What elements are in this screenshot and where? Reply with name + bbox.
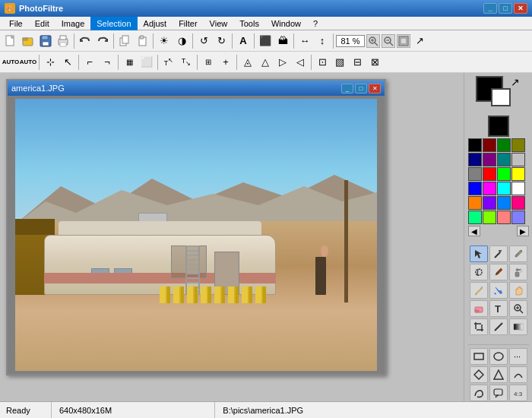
effect1-button[interactable]: ⬛ — [257, 33, 274, 49]
redo-button[interactable] — [94, 33, 111, 49]
transform1-button[interactable]: ⊡ — [314, 54, 331, 71]
text-tool[interactable]: T — [489, 300, 508, 317]
color-swatch-0[interactable] — [468, 138, 482, 152]
color-swatch-4[interactable] — [468, 153, 482, 166]
flip-h-button[interactable]: ↔ — [296, 33, 313, 49]
document-content[interactable] — [8, 96, 385, 374]
auto1-button[interactable]: AUTO — [2, 54, 19, 71]
current-color-swatch[interactable] — [488, 116, 509, 137]
undo-button[interactable] — [77, 33, 93, 49]
speech-bubble-tool[interactable] — [489, 385, 508, 401]
color-swatch-9[interactable] — [483, 167, 496, 181]
textsize2-button[interactable]: T↘ — [178, 54, 195, 71]
triangle-shape-tool[interactable] — [489, 366, 508, 383]
spray-tool[interactable] — [509, 264, 527, 280]
auto2-button[interactable]: AUTO — [20, 54, 36, 71]
transform3-button[interactable]: ⊟ — [349, 54, 366, 71]
diamond-shape-tool[interactable] — [470, 366, 488, 383]
arc-shape-tool[interactable] — [509, 366, 527, 383]
background-color[interactable] — [491, 88, 511, 106]
menu-selection[interactable]: Selection — [90, 17, 137, 30]
feather-button[interactable]: ⬜ — [138, 54, 155, 71]
ratio-lock-tool[interactable]: 4:3 — [509, 385, 527, 401]
contrast-button[interactable]: ◑ — [173, 33, 190, 49]
brush-tool[interactable] — [489, 264, 508, 280]
zoom-input[interactable]: 81 % — [336, 35, 365, 47]
color-swatch-6[interactable] — [497, 153, 511, 166]
color-swatch-19[interactable] — [511, 196, 525, 210]
copy-button[interactable] — [116, 33, 133, 49]
doc-close-button[interactable]: ✕ — [369, 84, 381, 93]
eyedropper-tool[interactable] — [509, 245, 527, 262]
select-arrow-button[interactable]: ↖ — [59, 54, 76, 71]
line-tool[interactable] — [489, 318, 508, 335]
zoom-in-button[interactable] — [366, 34, 380, 48]
rect-shape-tool[interactable] — [470, 348, 488, 365]
textsize1-button[interactable]: T↖ — [160, 54, 177, 71]
circle-shape-tool[interactable] — [489, 348, 508, 365]
color-swatch-2[interactable] — [497, 138, 511, 152]
crop-tool[interactable] — [470, 318, 488, 335]
new-button[interactable] — [2, 33, 19, 49]
menu-image[interactable]: Image — [55, 17, 91, 30]
swap-colors-icon[interactable]: ↗ — [511, 76, 520, 88]
menu-adjust[interactable]: Adjust — [138, 17, 173, 30]
color-swatch-10[interactable] — [497, 167, 511, 181]
guides-button[interactable]: + — [217, 54, 234, 71]
color-swatch-7[interactable] — [511, 153, 525, 166]
text-tool-button[interactable]: A — [235, 33, 252, 49]
color-swatch-21[interactable] — [483, 211, 496, 224]
transform2-button[interactable]: ▧ — [331, 54, 348, 71]
rotate-left-button[interactable]: ↺ — [195, 33, 212, 49]
eraser-tool[interactable] — [470, 300, 488, 317]
menu-view[interactable]: View — [204, 17, 234, 30]
doc-maximize-button[interactable]: □ — [355, 84, 367, 93]
color-swatch-12[interactable] — [468, 182, 482, 195]
lasso-tool[interactable] — [470, 264, 488, 280]
grid-button[interactable]: ⊞ — [200, 54, 217, 71]
zoom-tool[interactable] — [509, 300, 527, 317]
color-swatch-13[interactable] — [483, 182, 496, 195]
color-picker[interactable]: ↗ — [476, 76, 521, 114]
color-swatch-23[interactable] — [511, 211, 525, 224]
color-swatch-1[interactable] — [483, 138, 496, 152]
arrow-tool[interactable] — [470, 245, 488, 262]
color-swatch-8[interactable] — [468, 167, 482, 181]
minimize-button[interactable]: _ — [483, 3, 497, 14]
menu-edit[interactable]: Edit — [29, 17, 55, 30]
fill-tool[interactable] — [489, 282, 508, 299]
color-swatch-16[interactable] — [468, 196, 482, 210]
restore-button[interactable]: ↗ — [411, 33, 428, 49]
zoom-fit-button[interactable] — [397, 34, 410, 48]
freeform-tool[interactable] — [470, 385, 488, 401]
print-button[interactable] — [55, 33, 71, 49]
pencil-tool[interactable] — [470, 282, 488, 299]
transform4-button[interactable]: ⊠ — [366, 54, 383, 71]
close-button[interactable]: ✕ — [514, 3, 527, 14]
photo-canvas[interactable] — [15, 99, 377, 371]
magic-wand-tool[interactable] — [489, 245, 508, 262]
color-swatch-14[interactable] — [497, 182, 511, 195]
open-button[interactable] — [20, 33, 36, 49]
color-swatch-22[interactable] — [497, 211, 511, 224]
corner1-button[interactable]: ⌐ — [81, 54, 98, 71]
frame-button[interactable]: ▦ — [121, 54, 138, 71]
effect2-button[interactable]: 🏔 — [274, 33, 291, 49]
brightness-button[interactable]: ☀ — [156, 33, 173, 49]
palette-next-button[interactable]: ▶ — [517, 226, 529, 236]
save-button[interactable] — [37, 33, 54, 49]
gradient-tool[interactable] — [509, 318, 527, 335]
color-swatch-20[interactable] — [468, 211, 482, 224]
more-shapes-tool[interactable]: ··· — [509, 348, 527, 365]
color-swatch-17[interactable] — [483, 196, 496, 210]
color-swatch-11[interactable] — [511, 167, 525, 181]
menu-window[interactable]: Window — [265, 17, 307, 30]
hand-tool[interactable] — [509, 282, 527, 299]
color-swatch-18[interactable] — [497, 196, 511, 210]
color-swatch-15[interactable] — [511, 182, 525, 195]
fx5-button[interactable]: ▷ — [274, 54, 291, 71]
corner2-button[interactable]: ¬ — [99, 54, 116, 71]
doc-minimize-button[interactable]: _ — [341, 84, 353, 93]
maximize-button[interactable]: □ — [499, 3, 512, 14]
menu-filter[interactable]: Filter — [173, 17, 203, 30]
